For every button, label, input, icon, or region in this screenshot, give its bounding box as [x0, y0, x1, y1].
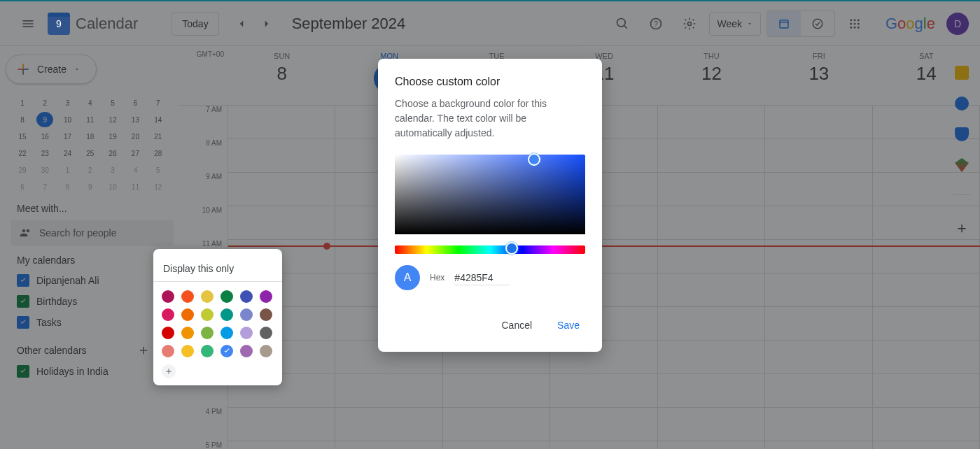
- color-swatch[interactable]: [181, 327, 194, 339]
- color-swatch[interactable]: [181, 290, 194, 303]
- color-swatch[interactable]: [240, 345, 253, 357]
- color-swatch[interactable]: [181, 308, 194, 321]
- saturation-thumb[interactable]: [528, 153, 540, 166]
- color-swatch[interactable]: [162, 345, 174, 357]
- color-swatch[interactable]: [162, 290, 174, 303]
- add-custom-color-button[interactable]: ＋: [162, 364, 176, 378]
- color-swatch[interactable]: [240, 327, 253, 339]
- save-button[interactable]: Save: [552, 315, 585, 335]
- hue-slider[interactable]: [395, 245, 585, 254]
- color-swatch[interactable]: [181, 345, 194, 357]
- color-swatch[interactable]: [240, 308, 253, 321]
- color-swatch[interactable]: [220, 290, 233, 303]
- color-swatch[interactable]: [260, 327, 272, 339]
- saturation-picker[interactable]: [395, 155, 585, 234]
- custom-color-dialog: Choose custom color Choose a background …: [378, 59, 602, 352]
- dialog-title: Choose custom color: [395, 76, 585, 88]
- color-swatch[interactable]: [220, 327, 233, 339]
- color-swatch[interactable]: [220, 308, 233, 321]
- color-swatch[interactable]: [201, 345, 214, 357]
- color-swatch[interactable]: [240, 290, 253, 303]
- color-swatch[interactable]: [162, 308, 174, 321]
- color-swatch[interactable]: [201, 327, 214, 339]
- popup-title[interactable]: Display this only: [153, 256, 282, 282]
- color-swatch[interactable]: [260, 290, 272, 303]
- color-preview: A: [395, 265, 420, 290]
- hex-input[interactable]: [454, 271, 510, 285]
- dialog-description: Choose a background color for this calen…: [395, 97, 585, 141]
- color-swatch[interactable]: [201, 308, 214, 321]
- color-swatch[interactable]: [201, 290, 214, 303]
- color-swatch[interactable]: [220, 345, 233, 357]
- color-swatch[interactable]: [260, 308, 272, 321]
- hex-label: Hex: [430, 273, 444, 283]
- cancel-button[interactable]: Cancel: [496, 315, 538, 335]
- color-options-popup: Display this only ＋: [153, 249, 282, 385]
- color-swatch[interactable]: [260, 345, 272, 357]
- hue-thumb[interactable]: [505, 242, 518, 255]
- color-swatch[interactable]: [162, 327, 174, 339]
